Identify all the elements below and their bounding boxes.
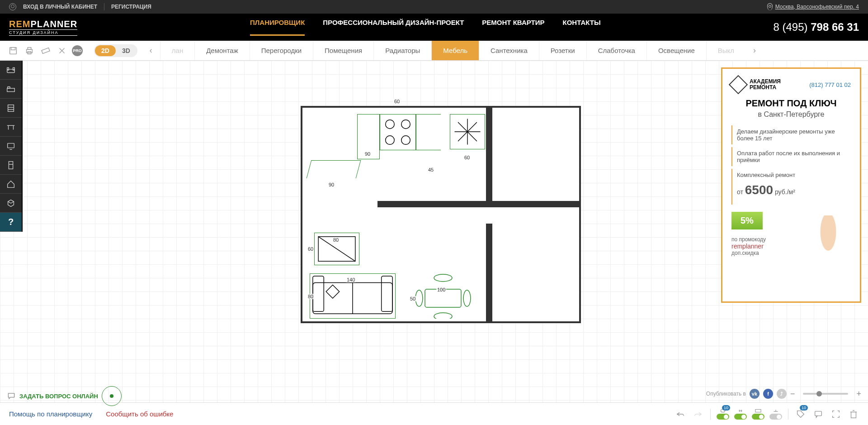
report-link[interactable]: Сообщить об ошибке: [106, 410, 173, 418]
category-tabs: ‹ лан Демонтаж Перегородки Помещения Рад…: [142, 41, 868, 60]
cat-table-icon[interactable]: [0, 118, 22, 137]
zoom-slider[interactable]: [803, 393, 848, 395]
publish-controls: Опубликовать в vk f ⤴ − +: [706, 389, 861, 399]
svg-point-21: [386, 120, 395, 129]
tab-lighting[interactable]: Освещение: [646, 41, 706, 60]
delete-icon[interactable]: [848, 409, 859, 420]
tab-sockets[interactable]: Розетки: [539, 41, 586, 60]
zoom-in-button[interactable]: +: [856, 389, 861, 399]
nav-renovation[interactable]: РЕМОНТ КВАРТИР: [482, 19, 544, 36]
svg-rect-10: [8, 86, 10, 88]
ad-logo-icon: [729, 75, 748, 94]
svg-point-23: [386, 136, 395, 145]
toggle-1[interactable]: 10: [717, 409, 728, 420]
svg-point-36: [434, 274, 452, 282]
cat-dresser-icon[interactable]: [0, 99, 22, 118]
cat-fridge-icon[interactable]: [0, 156, 22, 175]
nav-contacts[interactable]: КОНТАКТЫ: [563, 19, 601, 36]
svg-rect-7: [7, 67, 9, 70]
svg-rect-9: [7, 88, 15, 91]
svg-point-22: [401, 120, 410, 129]
phone-number[interactable]: 8 (495) 798 66 31: [774, 21, 859, 33]
ad-person-image: [801, 215, 855, 297]
ad-panel[interactable]: АКАДЕМИЯРЕМОНТА (812) 777 01 02 РЕМОНТ П…: [721, 67, 861, 303]
tabs-next-arrow[interactable]: ›: [745, 41, 764, 60]
main-nav: ПЛАНИРОВЩИК ПРОФЕССИОНАЛЬНЫЙ ДИЗАЙН-ПРОЕ…: [250, 19, 601, 36]
tab-furniture[interactable]: Мебель: [431, 41, 479, 60]
cat-tv-icon[interactable]: [0, 137, 22, 156]
logo[interactable]: REMPLANNER СТУДИЯ ДИЗАЙНА: [9, 19, 77, 36]
ruler-icon[interactable]: [39, 44, 52, 57]
svg-rect-6: [7, 69, 15, 72]
tabs-prev-arrow[interactable]: ‹: [142, 41, 160, 60]
publish-label: Опубликовать в: [706, 391, 746, 397]
user-icon: [9, 3, 16, 10]
save-icon[interactable]: [7, 44, 19, 57]
ad-bullet-3: Комплексный ремонт от 6500 руб./м²: [731, 169, 851, 205]
pin-icon: [767, 3, 773, 10]
svg-rect-41: [755, 409, 761, 412]
register-link[interactable]: РЕГИСТРАЦИЯ: [111, 4, 151, 10]
redo-icon[interactable]: [693, 409, 703, 420]
toggle-3[interactable]: [753, 409, 764, 420]
svg-point-37: [434, 313, 452, 319]
toggle-4[interactable]: [770, 409, 781, 420]
toggle-2[interactable]: [735, 409, 746, 420]
ad-bullet-1: Делаем дизайнерские ремонты уже более 15…: [731, 125, 851, 144]
cat-misc-icon[interactable]: [0, 194, 22, 213]
tab-rooms[interactable]: Помещения: [313, 41, 373, 60]
tab-plan[interactable]: лан: [160, 41, 194, 60]
tab-demolition[interactable]: Демонтаж: [194, 41, 250, 60]
ad-phone[interactable]: (812) 777 01 02: [809, 81, 851, 88]
ad-bullet-2: Оплата работ после их выполнения и приём…: [731, 147, 851, 166]
svg-rect-1: [11, 47, 15, 50]
location-link[interactable]: Москва, Варсонофьевский пер. 4: [767, 3, 859, 10]
help-button[interactable]: ?: [0, 213, 22, 232]
cat-sofa-icon[interactable]: [0, 61, 22, 80]
share-icon[interactable]: ⤴: [777, 389, 787, 399]
tab-switches[interactable]: Выкл: [706, 41, 745, 60]
svg-rect-2: [27, 49, 33, 53]
footer: Помощь по планировщику Сообщить об ошибк…: [0, 402, 868, 425]
svg-point-38: [415, 290, 423, 306]
tab-radiators[interactable]: Радиаторы: [373, 41, 431, 60]
svg-rect-33: [382, 276, 393, 311]
tab-partitions[interactable]: Перегородки: [250, 41, 313, 60]
svg-rect-8: [13, 67, 15, 70]
toolbar: PRO 2D 3D ‹ лан Демонтаж Перегородки Пом…: [0, 41, 868, 61]
svg-point-39: [463, 290, 471, 306]
tab-lowvoltage[interactable]: Слаботочка: [586, 41, 646, 60]
topbar: ВХОД В ЛИЧНЫЙ КАБИНЕТ РЕГИСТРАЦИЯ Москва…: [0, 0, 868, 14]
print-icon[interactable]: [23, 44, 36, 57]
view-3d-button[interactable]: 3D: [116, 45, 137, 56]
vk-icon[interactable]: vk: [750, 389, 760, 399]
zoom-out-button[interactable]: −: [790, 389, 795, 399]
ask-question-button[interactable]: ЗАДАТЬ ВОПРОС ОНЛАЙН: [7, 386, 122, 406]
cat-bed-icon[interactable]: [0, 80, 22, 99]
tab-plumbing[interactable]: Сантехника: [479, 41, 539, 60]
svg-rect-19: [9, 161, 13, 169]
floorplan[interactable]: 60 90 90 45 60 80 60 140 80 100 50: [301, 106, 581, 323]
nav-design[interactable]: ПРОФЕССИОНАЛЬНЫЙ ДИЗАЙН-ПРОЕКТ: [323, 19, 464, 36]
view-2d-button[interactable]: 2D: [95, 45, 116, 56]
comment-icon[interactable]: [813, 409, 824, 420]
fb-icon[interactable]: f: [763, 389, 773, 399]
svg-rect-17: [8, 143, 14, 148]
tag-icon[interactable]: 10: [795, 409, 806, 420]
cat-house-icon[interactable]: [0, 175, 22, 194]
tools-icon[interactable]: [56, 44, 68, 57]
svg-rect-5: [42, 48, 50, 53]
pro-badge[interactable]: PRO: [72, 45, 83, 56]
nav-planner[interactable]: ПЛАНИРОВЩИК: [250, 19, 305, 36]
undo-icon[interactable]: [675, 409, 686, 420]
svg-point-24: [401, 136, 410, 145]
fullscreen-icon[interactable]: [830, 409, 841, 420]
header: REMPLANNER СТУДИЯ ДИЗАЙНА ПЛАНИРОВЩИК ПР…: [0, 14, 868, 41]
ad-promo-badge: 5%: [731, 212, 763, 229]
ad-title: РЕМОНТ ПОД КЛЮЧ: [731, 98, 851, 109]
svg-rect-11: [8, 105, 14, 111]
help-link[interactable]: Помощь по планировщику: [9, 410, 92, 418]
login-link[interactable]: ВХОД В ЛИЧНЫЙ КАБИНЕТ: [23, 4, 97, 10]
workspace[interactable]: ? 60 90 90 45: [0, 61, 868, 402]
svg-rect-32: [313, 276, 324, 311]
